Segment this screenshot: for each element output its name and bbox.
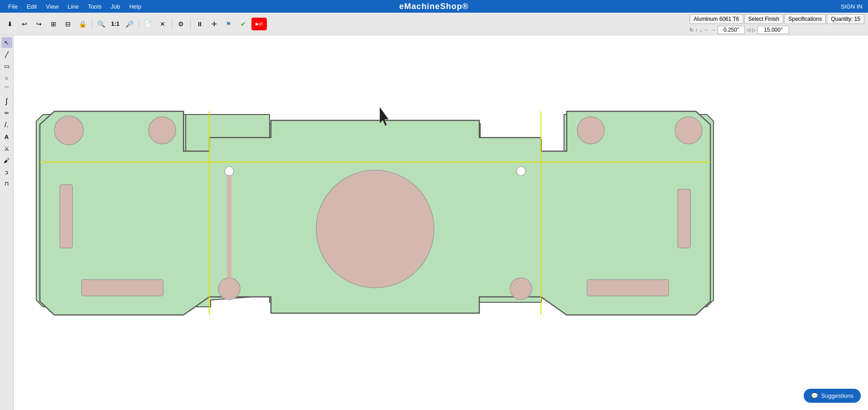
menu-tools[interactable]: Tools (83, 2, 106, 11)
curve-tool-button[interactable]: ↄ (1, 167, 12, 177)
center-hole (316, 170, 434, 288)
toolbar-right-bottom: ↻ ↑ ↓ ← → ◁ ▷ (690, 26, 864, 34)
hole-top-left (54, 116, 83, 145)
menu-help[interactable]: Help (125, 2, 146, 11)
text-tool-button[interactable]: A (1, 131, 12, 142)
ungroup-button[interactable]: ⊟ (62, 18, 74, 30)
select-finish-button[interactable]: Select Finish (744, 14, 784, 24)
teardrop-top-right (516, 167, 526, 176)
hole-bottom-left (218, 278, 240, 300)
download-button[interactable]: ⬇ (4, 18, 16, 30)
suggestions-label: Suggestions (821, 392, 854, 399)
design-canvas[interactable] (14, 35, 868, 410)
youtube-button[interactable]: ▶yt (251, 18, 267, 30)
spline-tool-button[interactable]: ∫ (1, 96, 12, 107)
material-button[interactable]: Aluminum 6061 T6 (690, 14, 743, 24)
down-arrow: ↓ (700, 27, 703, 33)
slot-right (678, 189, 690, 248)
arc-tool-button[interactable]: ⌒ (1, 84, 12, 95)
toolbar-right: Aluminum 6061 T6 Select Finish Specifica… (690, 13, 864, 35)
angle-input[interactable] (757, 26, 789, 34)
group-button[interactable]: ⊞ (47, 18, 60, 30)
menu-file[interactable]: File (4, 2, 22, 11)
close-button[interactable]: ✕ (156, 18, 169, 30)
zoom-in-button[interactable]: 🔎 (123, 18, 136, 30)
slot-left (60, 185, 72, 248)
magnet-tool-button[interactable]: ⊓ (1, 178, 12, 189)
zoom-label: 1:1 (109, 20, 121, 27)
canvas-area[interactable] (14, 35, 868, 410)
sep4 (190, 19, 191, 29)
hole-top-left2 (149, 117, 176, 144)
suggestions-icon: 💬 (811, 392, 818, 399)
line-tool-button[interactable]: ╱ (1, 49, 12, 60)
circle-tool-button[interactable]: ○ (1, 72, 12, 83)
measure-tool-button[interactable]: /. (1, 119, 12, 130)
pause-button[interactable]: ⏸ (193, 18, 206, 30)
toolbar: ⬇ ↩ ↪ ⊞ ⊟ 🔒 🔍 1:1 🔎 📄 ✕ ⚙ ⏸ ✛ ⚑ ✔ ▶yt Al… (0, 13, 868, 35)
sign-in-button[interactable]: SIGN IN (841, 3, 863, 10)
menu-line[interactable]: Line (63, 2, 83, 11)
teardrop-top-left (225, 167, 234, 176)
hole-top-right1 (577, 117, 604, 144)
menubar: File Edit View Line Tools Job Help eMach… (0, 0, 868, 13)
settings-button[interactable]: ⚙ (175, 18, 188, 30)
sep2 (139, 19, 139, 29)
brand-logo: eMachineShop® (399, 2, 468, 11)
sep1 (92, 19, 92, 29)
rect-bottom-right (587, 280, 669, 296)
rotate-icon: ↻ (690, 27, 694, 33)
paint-tool-button[interactable]: 🖌 (1, 155, 12, 166)
quantity-button[interactable]: Quantity: 15 (827, 14, 864, 24)
menu-edit[interactable]: Edit (22, 2, 41, 11)
knife-tool-button[interactable]: ⚔ (1, 143, 12, 154)
angle-left-arrow: ◁ (747, 27, 750, 33)
specifications-button[interactable]: Specifications (784, 14, 826, 24)
hole-bottom-right (510, 278, 532, 300)
rect-bottom-left (82, 280, 163, 296)
up-arrow: ↑ (695, 27, 698, 33)
sep3 (172, 19, 172, 29)
left-arrow: ← (704, 27, 709, 33)
right-arrow: → (711, 27, 716, 33)
lock-button[interactable]: 🔒 (76, 18, 89, 30)
menu-job[interactable]: Job (106, 2, 125, 11)
zoom-out-button[interactable]: 🔍 (95, 18, 107, 30)
menu-view[interactable]: View (41, 2, 63, 11)
check-button[interactable]: ✔ (237, 18, 250, 30)
angle-right-arrow: ▷ (752, 27, 756, 33)
redo-button[interactable]: ↪ (33, 18, 45, 30)
move-button[interactable]: ✛ (208, 18, 221, 30)
suggestions-button[interactable]: 💬 Suggestions (804, 389, 861, 403)
toolbar-right-top: Aluminum 6061 T6 Select Finish Specifica… (690, 14, 864, 24)
page-button[interactable]: 📄 (142, 18, 154, 30)
rectangle-tool-button[interactable]: ▭ (1, 61, 12, 72)
undo-button[interactable]: ↩ (18, 18, 31, 30)
left-toolbar: ↖ ╱ ▭ ○ ⌒ ∫ ✏ /. A ⚔ 🖌 ↄ ⊓ (0, 35, 14, 410)
coord-input[interactable] (718, 26, 745, 34)
select-tool-button[interactable]: ↖ (1, 37, 12, 48)
hole-top-right2 (675, 117, 702, 144)
flag-button[interactable]: ⚑ (222, 18, 235, 30)
pen-tool-button[interactable]: ✏ (1, 108, 12, 119)
